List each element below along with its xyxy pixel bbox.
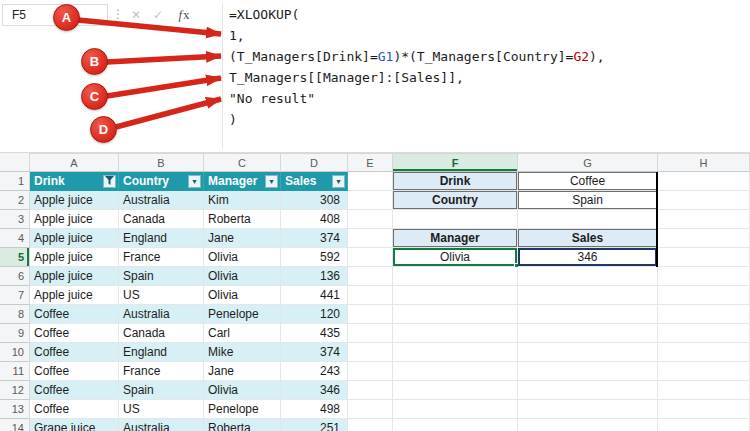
cell-E6[interactable]: [348, 267, 393, 286]
cell-C8[interactable]: Penelope: [204, 305, 281, 324]
filter-dropdown-icon[interactable]: ▼: [265, 175, 278, 188]
cell-H9[interactable]: [658, 324, 750, 343]
cell-H5[interactable]: [658, 248, 750, 267]
cell-B1[interactable]: Country▼: [119, 172, 204, 191]
row-header-2[interactable]: 2: [0, 191, 30, 210]
cell-E12[interactable]: [348, 381, 393, 400]
cell-H10[interactable]: [658, 343, 750, 362]
cell-F12[interactable]: [393, 381, 518, 400]
cell-E8[interactable]: [348, 305, 393, 324]
cell-G2[interactable]: Spain: [518, 191, 658, 210]
cell-B11[interactable]: France: [119, 362, 204, 381]
cell-G11[interactable]: [518, 362, 658, 381]
insert-function-icon[interactable]: fx: [171, 6, 197, 24]
cell-H3[interactable]: [658, 210, 750, 229]
cell-B7[interactable]: US: [119, 286, 204, 305]
cell-C6[interactable]: Olivia: [204, 267, 281, 286]
cell-B6[interactable]: Spain: [119, 267, 204, 286]
cell-A9[interactable]: Coffee: [30, 324, 119, 343]
cell-F1[interactable]: Drink: [393, 172, 518, 191]
cell-G14[interactable]: [518, 419, 658, 431]
cell-B10[interactable]: England: [119, 343, 204, 362]
cell-C1[interactable]: Manager▼: [204, 172, 281, 191]
column-header-D[interactable]: D: [281, 153, 348, 172]
row-header-5[interactable]: 5: [0, 248, 30, 267]
cell-B13[interactable]: US: [119, 400, 204, 419]
cell-H14[interactable]: [658, 419, 750, 431]
cell-C14[interactable]: Roberta: [204, 419, 281, 431]
cell-A10[interactable]: Coffee: [30, 343, 119, 362]
row-header-9[interactable]: 9: [0, 324, 30, 343]
cell-F2[interactable]: Country: [393, 191, 518, 210]
cell-A6[interactable]: Apple juice: [30, 267, 119, 286]
cell-H6[interactable]: [658, 267, 750, 286]
cell-A8[interactable]: Coffee: [30, 305, 119, 324]
filter-dropdown-icon[interactable]: ▼: [332, 175, 345, 188]
cell-D8[interactable]: 120: [281, 305, 348, 324]
row-header-1[interactable]: 1: [0, 172, 30, 191]
cell-E11[interactable]: [348, 362, 393, 381]
cell-B12[interactable]: Spain: [119, 381, 204, 400]
row-header-7[interactable]: 7: [0, 286, 30, 305]
cell-D11[interactable]: 243: [281, 362, 348, 381]
column-header-C[interactable]: C: [204, 153, 281, 172]
cell-E4[interactable]: [348, 229, 393, 248]
filter-dropdown-icon[interactable]: ▼: [188, 175, 201, 188]
row-header-12[interactable]: 12: [0, 381, 30, 400]
cell-D6[interactable]: 136: [281, 267, 348, 286]
cell-G3[interactable]: [518, 210, 658, 229]
cell-G7[interactable]: [518, 286, 658, 305]
column-header-E[interactable]: E: [348, 153, 393, 172]
cell-H7[interactable]: [658, 286, 750, 305]
cell-E13[interactable]: [348, 400, 393, 419]
cell-A12[interactable]: Coffee: [30, 381, 119, 400]
row-header-4[interactable]: 4: [0, 229, 30, 248]
cell-E1[interactable]: [348, 172, 393, 191]
column-header-F[interactable]: F: [393, 153, 518, 172]
cell-F10[interactable]: [393, 343, 518, 362]
cell-H11[interactable]: [658, 362, 750, 381]
cell-C2[interactable]: Kim: [204, 191, 281, 210]
cell-F8[interactable]: [393, 305, 518, 324]
cell-B4[interactable]: England: [119, 229, 204, 248]
cell-D2[interactable]: 308: [281, 191, 348, 210]
cell-E5[interactable]: [348, 248, 393, 267]
cell-A5[interactable]: Apple juice: [30, 248, 119, 267]
cell-C3[interactable]: Roberta: [204, 210, 281, 229]
filter-applied-icon[interactable]: [103, 175, 116, 188]
cell-F11[interactable]: [393, 362, 518, 381]
cell-A1[interactable]: Drink: [30, 172, 119, 191]
cell-D3[interactable]: 408: [281, 210, 348, 229]
row-header-3[interactable]: 3: [0, 210, 30, 229]
cell-D7[interactable]: 441: [281, 286, 348, 305]
cell-B9[interactable]: Canada: [119, 324, 204, 343]
cell-C10[interactable]: Mike: [204, 343, 281, 362]
cell-F5-active[interactable]: Olivia: [393, 248, 518, 267]
cell-G6[interactable]: [518, 267, 658, 286]
cell-E2[interactable]: [348, 191, 393, 210]
cell-F7[interactable]: [393, 286, 518, 305]
cell-A2[interactable]: Apple juice: [30, 191, 119, 210]
cell-G4[interactable]: Sales: [518, 229, 658, 248]
cell-F6[interactable]: [393, 267, 518, 286]
cell-E7[interactable]: [348, 286, 393, 305]
cell-F13[interactable]: [393, 400, 518, 419]
cell-A13[interactable]: Coffee: [30, 400, 119, 419]
column-header-H[interactable]: H: [658, 153, 750, 172]
cell-E10[interactable]: [348, 343, 393, 362]
cell-A7[interactable]: Apple juice: [30, 286, 119, 305]
cell-D5[interactable]: 592: [281, 248, 348, 267]
cell-G8[interactable]: [518, 305, 658, 324]
cell-F3[interactable]: [393, 210, 518, 229]
cell-G9[interactable]: [518, 324, 658, 343]
cancel-icon[interactable]: ✕: [127, 6, 145, 24]
cell-C5[interactable]: Olivia: [204, 248, 281, 267]
cell-C11[interactable]: Jane: [204, 362, 281, 381]
row-header-13[interactable]: 13: [0, 400, 30, 419]
formula-input[interactable]: =XLOOKUP(1,(T_Managers[Drink]=G1)*(T_Man…: [229, 4, 746, 130]
cell-D1[interactable]: Sales▼: [281, 172, 348, 191]
cell-D14[interactable]: 251: [281, 419, 348, 431]
row-header-8[interactable]: 8: [0, 305, 30, 324]
cell-D4[interactable]: 374: [281, 229, 348, 248]
column-header-A[interactable]: A: [30, 153, 119, 172]
